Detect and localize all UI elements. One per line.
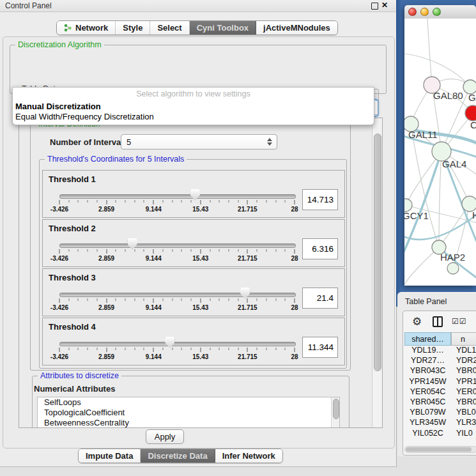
table-horizontal-scrollbar[interactable] bbox=[404, 446, 476, 453]
table-row[interactable]: YIL052CYIL0 bbox=[404, 429, 476, 439]
attribute-item[interactable]: SelfLoops bbox=[38, 397, 339, 408]
minor-tick bbox=[134, 298, 135, 301]
major-tick bbox=[59, 348, 60, 352]
tick-label: 15.43 bbox=[192, 255, 208, 262]
threshold-slider-track[interactable] bbox=[59, 342, 296, 346]
cell-name: YER0 bbox=[451, 387, 476, 397]
major-tick bbox=[59, 200, 60, 204]
minor-tick bbox=[257, 348, 257, 350]
popup-item-equal-width-frequency[interactable]: Equal Width/Frequency Discretization bbox=[15, 112, 154, 121]
major-tick bbox=[200, 249, 201, 254]
minor-tick bbox=[238, 249, 238, 252]
attribute-item[interactable]: TopologicalCoefficient bbox=[38, 408, 339, 418]
threshold-slider-thumb[interactable] bbox=[240, 288, 250, 299]
tab-cyni-toolbox[interactable]: Cyni Toolbox bbox=[190, 21, 256, 35]
attribute-items: SelfLoopsTopologicalCoefficientBetweenne… bbox=[38, 397, 339, 428]
threshold-slider-thumb[interactable] bbox=[190, 189, 200, 201]
network-edge bbox=[404, 247, 439, 284]
network-node[interactable] bbox=[447, 263, 459, 274]
tab-discretize-data[interactable]: Discretize Data bbox=[141, 449, 215, 463]
minor-tick bbox=[88, 298, 88, 301]
tab-jactivemnodules[interactable]: jActiveMNodules bbox=[256, 21, 337, 35]
attributes-scrollbar-thumb[interactable] bbox=[333, 399, 339, 419]
table-row[interactable]: YBR045CYBR0 bbox=[404, 397, 476, 408]
cell-shared-name: YIL052C bbox=[404, 429, 451, 439]
gear-icon[interactable]: ⚙ bbox=[412, 315, 422, 328]
tick-label: -3.426 bbox=[50, 304, 68, 311]
minor-tick bbox=[210, 298, 210, 301]
minor-tick bbox=[125, 200, 126, 203]
zoom-traffic-light-icon[interactable] bbox=[433, 8, 441, 16]
attribute-item[interactable]: BetweennessCentrality bbox=[38, 418, 339, 428]
popup-item-manual-discretization[interactable]: Manual Discretization bbox=[15, 102, 101, 111]
minor-tick bbox=[191, 249, 192, 252]
threshold-slider-track[interactable] bbox=[59, 293, 296, 297]
table-hscrollbar-thumb[interactable] bbox=[406, 447, 472, 452]
minor-tick bbox=[88, 200, 88, 203]
numerical-attributes-list[interactable]: SelfLoopsTopologicalCoefficientBetweenne… bbox=[37, 397, 340, 428]
minor-tick bbox=[172, 298, 173, 301]
cell-shared-name: YBR045C bbox=[404, 397, 451, 408]
table-row[interactable]: YDR27…YDR2 bbox=[404, 356, 476, 366]
apply-button[interactable]: Apply bbox=[146, 429, 184, 444]
control-panel-tabs: Network Style Select Cyni Toolbox jActiv… bbox=[56, 20, 338, 35]
network-node-gcy1[interactable] bbox=[404, 199, 412, 211]
tab-infer-network[interactable]: Infer Network bbox=[215, 449, 282, 463]
tab-network[interactable]: Network bbox=[57, 21, 116, 35]
table-row[interactable]: YBR043CYBR0 bbox=[404, 366, 476, 376]
table-row[interactable]: YDL19…YDL1 bbox=[404, 346, 476, 356]
threshold-slider-track[interactable] bbox=[59, 243, 296, 248]
select-columns-icon[interactable]: ☑☑ bbox=[452, 317, 467, 326]
network-canvas[interactable]: GAL80GACGAL11GAL4GCY1HHAP2 bbox=[404, 19, 476, 286]
major-tick bbox=[153, 298, 154, 303]
tab-style[interactable]: Style bbox=[116, 21, 150, 35]
tick-label: 2.859 bbox=[98, 353, 114, 360]
minor-tick bbox=[162, 249, 163, 252]
tick-label: 9.144 bbox=[146, 304, 162, 311]
table-panel-title: Table Panel bbox=[405, 297, 447, 306]
threshold-value-field[interactable]: 21.4 bbox=[302, 288, 338, 309]
tick-label: 15.43 bbox=[192, 353, 208, 360]
column-header-name[interactable]: n bbox=[451, 332, 476, 346]
table-row[interactable]: YER054CYER0 bbox=[404, 387, 476, 397]
threshold-value-field[interactable]: 14.713 bbox=[302, 189, 338, 210]
split-columns-icon[interactable] bbox=[433, 316, 443, 327]
popup-hint-item[interactable]: Select algorithm to view settings bbox=[13, 89, 374, 98]
attributes-scrollbar[interactable] bbox=[331, 397, 339, 428]
table-row[interactable]: YBL079WYBL0 bbox=[404, 408, 476, 418]
tab-select[interactable]: Select bbox=[150, 21, 189, 35]
major-tick bbox=[200, 200, 201, 204]
tab-discretize-data-label: Discretize Data bbox=[148, 451, 207, 461]
major-tick bbox=[106, 200, 107, 204]
slider-ticks: -3.4262.8599.14415.4321.71528 bbox=[59, 249, 295, 263]
threshold-value-field[interactable]: 11.344 bbox=[302, 337, 338, 358]
threshold-panel-1: Threshold 1-3.4262.8599.14415.4321.71528… bbox=[42, 170, 345, 218]
numerical-attributes-label: Numerical Attributes bbox=[34, 384, 115, 394]
settings-vertical-scrollbar[interactable] bbox=[372, 118, 382, 427]
close-icon[interactable]: ✕ bbox=[381, 1, 388, 10]
threshold-value-field[interactable]: 6.316 bbox=[302, 238, 338, 259]
minor-tick bbox=[125, 298, 126, 301]
threshold-slider-thumb[interactable] bbox=[165, 337, 174, 348]
cell-shared-name: YDL19… bbox=[404, 346, 451, 356]
network-node-c[interactable] bbox=[465, 105, 476, 121]
tab-impute-data[interactable]: Impute Data bbox=[79, 449, 141, 463]
table-row[interactable]: YLR345WYLR3 bbox=[404, 418, 476, 428]
settings-scrollpane: Interval Definition Number of Intervals … bbox=[19, 118, 383, 428]
major-tick bbox=[153, 348, 154, 352]
network-node-label: GCY1 bbox=[404, 210, 429, 221]
table-row[interactable]: YPR145WYPR1 bbox=[404, 377, 476, 387]
minor-tick bbox=[116, 348, 116, 350]
column-header-shared-name[interactable]: shared… bbox=[404, 332, 451, 346]
threshold-slider-thumb[interactable] bbox=[128, 238, 137, 250]
network-icon bbox=[64, 24, 72, 32]
close-traffic-light-icon[interactable] bbox=[408, 8, 417, 16]
minor-tick bbox=[68, 249, 69, 252]
number-of-intervals-combobox[interactable]: 5 bbox=[121, 134, 277, 150]
threshold-slider-track[interactable] bbox=[59, 194, 296, 199]
minor-tick bbox=[134, 249, 135, 252]
minimize-traffic-light-icon[interactable] bbox=[420, 8, 429, 16]
network-node-label: C bbox=[470, 119, 476, 130]
float-window-icon[interactable] bbox=[371, 3, 378, 10]
settings-scrollbar-thumb[interactable] bbox=[374, 134, 381, 371]
